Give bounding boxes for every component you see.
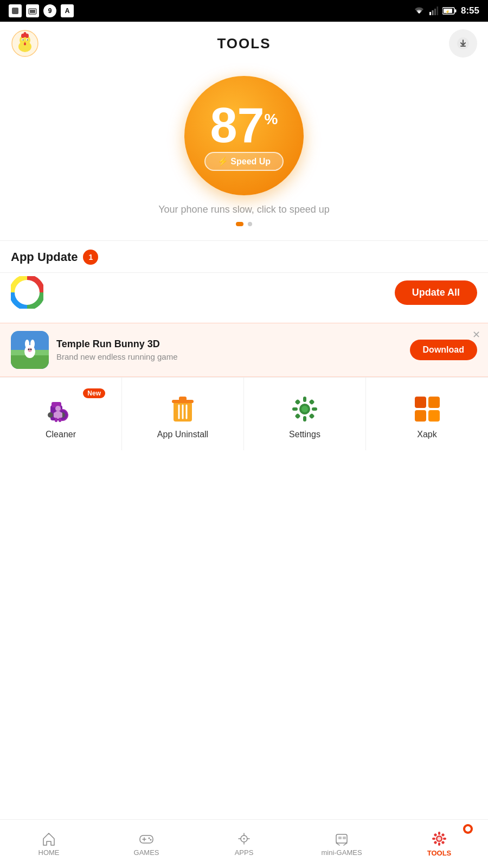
- svg-rect-79: [338, 837, 342, 839]
- tool-xapk[interactable]: Xapk: [366, 378, 488, 450]
- svg-rect-87: [432, 838, 435, 840]
- ad-close-button[interactable]: ✕: [472, 329, 480, 341]
- svg-point-41: [55, 406, 61, 411]
- svg-rect-4: [432, 10, 433, 15]
- svg-point-31: [30, 340, 35, 348]
- svg-rect-89: [433, 833, 437, 837]
- svg-point-30: [25, 340, 29, 348]
- app-update-section: App Update 1 Update All: [0, 241, 488, 317]
- svg-point-39: [48, 412, 53, 418]
- status-icon-4: A: [61, 4, 74, 17]
- svg-point-54: [301, 406, 308, 412]
- settings-icon: [288, 393, 321, 425]
- carousel-dots: [236, 222, 252, 226]
- xapk-label: Xapk: [417, 430, 436, 439]
- svg-rect-66: [428, 410, 440, 422]
- nav-home[interactable]: HOME: [0, 820, 98, 868]
- ad-image: [11, 331, 49, 369]
- download-icon: [457, 37, 470, 50]
- status-icon-2: [26, 4, 39, 17]
- svg-rect-86: [438, 843, 440, 846]
- cleaner-label: Cleaner: [46, 430, 76, 439]
- xapk-icon: [411, 393, 444, 425]
- svg-rect-63: [415, 397, 426, 408]
- svg-point-16: [25, 34, 29, 38]
- ad-download-button[interactable]: Download: [410, 340, 477, 360]
- app-header: TOOLS: [0, 22, 488, 65]
- battery-icon: ⚡: [442, 7, 457, 15]
- svg-rect-91: [433, 840, 437, 844]
- app-icon: [11, 276, 43, 309]
- svg-rect-45: [55, 418, 57, 422]
- svg-rect-88: [443, 838, 446, 840]
- time-display: 8:55: [461, 5, 479, 16]
- svg-rect-61: [294, 413, 300, 419]
- svg-point-35: [29, 350, 31, 352]
- speed-up-label: ⚡ Speed Up: [217, 156, 271, 167]
- nav-tools-label: TOOLS: [427, 849, 452, 857]
- svg-rect-60: [309, 399, 314, 405]
- status-bar: 9 A ⚡ 8:55: [0, 0, 488, 22]
- svg-rect-90: [441, 833, 445, 837]
- svg-point-71: [150, 839, 152, 841]
- svg-rect-3: [429, 12, 431, 15]
- svg-point-84: [438, 837, 441, 841]
- status-icons-left: 9 A: [9, 4, 74, 17]
- nav-mini-games[interactable]: mini-GAMES: [293, 820, 390, 868]
- download-button[interactable]: [449, 29, 477, 58]
- tool-settings[interactable]: Settings: [244, 378, 366, 450]
- speed-value: 87: [210, 101, 264, 150]
- nav-apps[interactable]: APPS: [195, 820, 293, 868]
- new-badge: New: [83, 388, 105, 398]
- svg-rect-64: [428, 397, 440, 408]
- svg-rect-6: [436, 7, 438, 15]
- settings-label: Settings: [289, 430, 320, 439]
- svg-point-73: [243, 838, 245, 840]
- bottom-nav: HOME GAMES APPS mini-GAME: [0, 819, 488, 868]
- mini-games-icon: [334, 831, 349, 846]
- nav-home-label: HOME: [38, 848, 60, 857]
- update-all-button[interactable]: Update All: [395, 280, 477, 305]
- update-row: Update All: [11, 273, 477, 312]
- tool-app-uninstall[interactable]: App Uninstall: [122, 378, 244, 450]
- app-uninstall-icon: [166, 393, 199, 425]
- ad-text-col: Temple Run Bunny 3D Brand new endless ru…: [49, 339, 410, 361]
- games-icon: [139, 831, 154, 846]
- speed-circle[interactable]: 87 % ⚡ Speed Up: [184, 76, 304, 195]
- app-uninstall-label: App Uninstall: [157, 430, 208, 439]
- update-badge: 1: [83, 250, 98, 265]
- speed-section: 87 % ⚡ Speed Up Your phone runs slow, cl…: [0, 65, 488, 232]
- svg-rect-92: [441, 840, 445, 844]
- svg-rect-55: [303, 397, 306, 402]
- ad-banner: Temple Run Bunny 3D Brand new endless ru…: [0, 323, 488, 377]
- page-title: TOOLS: [217, 35, 271, 52]
- tools-grid: New Cleaner: [0, 377, 488, 450]
- status-icon-3: 9: [43, 4, 56, 17]
- ad-subtitle: Brand new endless running game: [56, 352, 402, 361]
- svg-rect-85: [438, 832, 440, 835]
- svg-point-20: [27, 40, 28, 41]
- nav-apps-label: APPS: [235, 848, 254, 857]
- svg-rect-43: [54, 412, 56, 418]
- svg-rect-2: [30, 10, 35, 13]
- nav-games[interactable]: GAMES: [98, 820, 195, 868]
- nav-games-label: GAMES: [134, 848, 159, 857]
- app-logo: [11, 29, 39, 58]
- speed-up-button[interactable]: ⚡ Speed Up: [204, 152, 284, 171]
- svg-rect-49: [179, 397, 187, 401]
- svg-text:⚡: ⚡: [445, 9, 450, 14]
- ad-title: Temple Run Bunny 3D: [56, 339, 402, 350]
- signal-icon: [429, 7, 438, 15]
- svg-point-70: [149, 838, 150, 839]
- svg-rect-56: [303, 416, 306, 422]
- svg-point-22: [24, 43, 26, 46]
- svg-point-33: [28, 349, 30, 350]
- tools-nav-icon: [431, 831, 447, 847]
- status-icon-1: [9, 4, 22, 17]
- svg-point-19: [23, 40, 24, 41]
- svg-rect-44: [60, 412, 62, 418]
- nav-tools[interactable]: TOOLS: [390, 820, 488, 868]
- speed-percent: %: [265, 111, 278, 128]
- svg-rect-46: [59, 418, 61, 422]
- tool-cleaner[interactable]: New Cleaner: [0, 378, 122, 450]
